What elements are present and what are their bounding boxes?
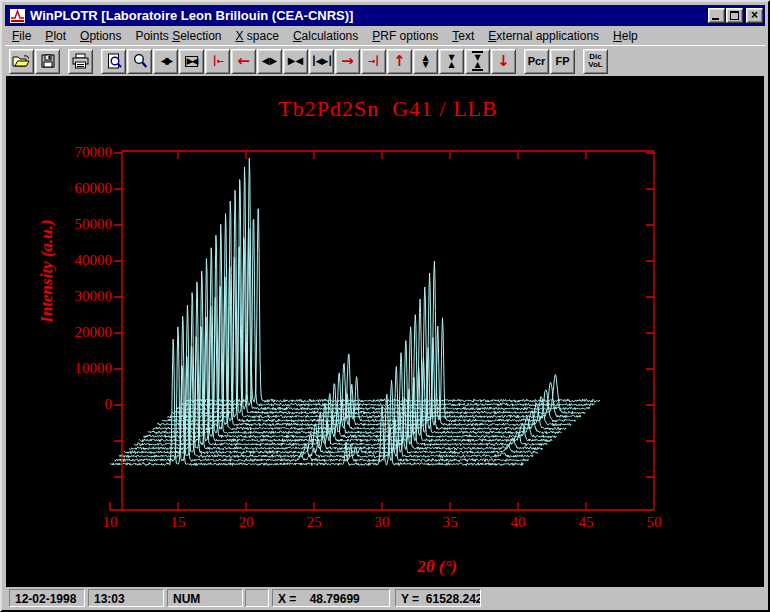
printer-icon: [71, 53, 90, 69]
x-tick-label: 45: [568, 514, 604, 531]
x-tick-label: 15: [160, 514, 196, 531]
maximize-button[interactable]: [726, 8, 743, 23]
y-compress-icon: ▼▲: [448, 54, 454, 68]
x-fit-button[interactable]: ┃◀▶┃: [309, 49, 334, 74]
toolbar: ◀▶▶◀┃←←◀▶▶◀┃◀▶┃→→┃↑▲▼▼▲▼▲↓PcrFPDicVoL: [5, 45, 765, 76]
status-keyboard: NUM: [167, 589, 243, 607]
y-tick-label: 30000: [24, 288, 112, 305]
menu-item-prf-options[interactable]: PRF options: [365, 27, 445, 45]
status-y-readout: Y = 61528.24220: [395, 589, 481, 607]
menu-item-text[interactable]: Text: [445, 27, 481, 45]
x-compress-box-button[interactable]: ▶◀: [179, 49, 204, 74]
y-fit-button[interactable]: ▼▲: [465, 49, 490, 74]
status-time: 13:03: [88, 589, 164, 607]
menu-item-x-space[interactable]: X space: [229, 27, 286, 45]
y-tick-label: 50000: [24, 216, 112, 233]
x-zoom-in-button[interactable]: ▶◀: [283, 49, 308, 74]
y-tick-label: 60000: [24, 180, 112, 197]
x-tick-label: 20: [228, 514, 264, 531]
y-expand-icon: ▲▼: [422, 54, 428, 68]
print-preview-icon: [106, 53, 122, 69]
x-zoom-in-icon: ▶◀: [288, 56, 303, 66]
winplotr-app-icon[interactable]: [9, 8, 26, 24]
x-tick-label: 40: [500, 514, 536, 531]
pan-down-button[interactable]: ↓: [491, 49, 516, 74]
pan-right-button[interactable]: →: [335, 49, 360, 74]
pan-right-end-icon: →┃: [368, 57, 379, 66]
status-x-readout: X = 48.79699: [272, 589, 390, 607]
x-compress-box-icon: ▶◀: [185, 56, 199, 67]
pan-right-icon: →: [341, 54, 354, 69]
dicvol-label: DicVoL: [588, 53, 603, 69]
fullprof-button[interactable]: FP: [550, 49, 575, 74]
minimize-icon: [712, 18, 719, 20]
fullprof-label: FP: [555, 55, 569, 67]
x-tick-label: 35: [432, 514, 468, 531]
y-expand-button[interactable]: ▲▼: [413, 49, 438, 74]
status-extra: [245, 589, 269, 607]
print-button[interactable]: [68, 49, 93, 74]
pcr-button[interactable]: Pcr: [524, 49, 549, 74]
y-axis-label: Intensity (a.u.): [37, 219, 57, 322]
x-expand-icon: ◀▶: [161, 56, 170, 66]
pan-left-end-button[interactable]: ┃←: [205, 49, 230, 74]
y-tick-label: 40000: [24, 252, 112, 269]
winplotr-window: WinPLOTR [Laboratoire Leon Brillouin (CE…: [0, 0, 770, 612]
dicvol-button[interactable]: DicVoL: [583, 49, 608, 74]
x-tick-label: 10: [92, 514, 128, 531]
plot-client-area: Tb2Pd2Sn G41 / LLB 2θ (°) Intensity (a.u…: [6, 76, 764, 587]
pcr-label: Pcr: [528, 55, 546, 67]
open-folder-icon: [12, 53, 31, 69]
x-zoom-out-button[interactable]: ◀▶: [257, 49, 282, 74]
pan-up-button[interactable]: ↑: [387, 49, 412, 74]
minimize-button[interactable]: [708, 8, 725, 23]
y-tick-label: 10000: [24, 360, 112, 377]
y-compress-button[interactable]: ▼▲: [439, 49, 464, 74]
peak-profile-icon: [9, 8, 26, 24]
maximize-icon: [730, 11, 739, 20]
x-tick-label: 30: [364, 514, 400, 531]
save-button[interactable]: [35, 49, 60, 74]
close-button[interactable]: ×: [746, 8, 763, 23]
x-expand-button[interactable]: ◀▶: [153, 49, 178, 74]
pan-up-icon: ↑: [393, 54, 406, 69]
plot-title: Tb2Pd2Sn G41 / LLB: [122, 96, 654, 122]
title-bar: WinPLOTR [Laboratoire Leon Brillouin (CE…: [5, 5, 765, 26]
open-file-button[interactable]: [9, 49, 34, 74]
zoom-icon: [132, 53, 148, 69]
y-tick-label: 70000: [24, 144, 112, 161]
zoom-button[interactable]: [127, 49, 152, 74]
menu-item-points-selection[interactable]: Points Selection: [128, 27, 228, 45]
menu-item-help[interactable]: Help: [606, 27, 645, 45]
menu-item-file[interactable]: File: [5, 27, 38, 45]
window-title: WinPLOTR [Laboratoire Leon Brillouin (CE…: [30, 8, 707, 23]
y-fit-icon: ▼▲: [472, 51, 482, 71]
floppy-disk-icon: [40, 53, 56, 69]
menu-bar: FilePlotOptionsPoints SelectionX spaceCa…: [5, 26, 765, 45]
y-tick-label: 20000: [24, 324, 112, 341]
x-fit-icon: ┃◀▶┃: [311, 57, 332, 66]
x-tick-label: 25: [296, 514, 332, 531]
status-bar: 12-02-1998 13:03 NUM X = 48.79699 Y = 61…: [5, 588, 765, 609]
window-controls: ×: [707, 8, 763, 23]
menu-item-external-applications[interactable]: External applications: [481, 27, 606, 45]
x-tick-label: 50: [636, 514, 672, 531]
menu-item-plot[interactable]: Plot: [38, 27, 73, 45]
plot-canvas[interactable]: [6, 76, 764, 587]
pan-left-icon: ←: [237, 54, 250, 69]
pan-left-end-icon: ┃←: [212, 57, 223, 66]
pan-right-end-button[interactable]: →┃: [361, 49, 386, 74]
pan-down-icon: ↓: [497, 54, 510, 69]
close-icon: ×: [747, 8, 762, 22]
x-axis-label: 2θ (°): [387, 557, 487, 577]
x-zoom-out-icon: ◀▶: [262, 56, 277, 66]
menu-item-options[interactable]: Options: [73, 27, 128, 45]
y-tick-label: 0: [24, 396, 112, 413]
status-date: 12-02-1998: [9, 589, 85, 607]
menu-item-calculations[interactable]: Calculations: [286, 27, 365, 45]
preview-button[interactable]: [101, 49, 126, 74]
pan-left-button[interactable]: ←: [231, 49, 256, 74]
